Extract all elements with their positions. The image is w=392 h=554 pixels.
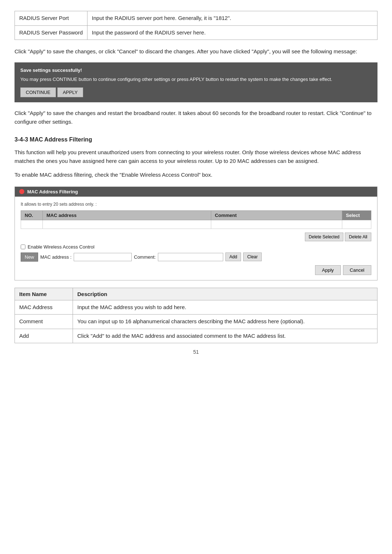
delete-btn-row: Delete Selected Delete All <box>21 233 371 241</box>
bottom-info-table: Item Name Description MAC AddressInput t… <box>15 288 377 344</box>
col-no: NO. <box>21 210 43 220</box>
bottom-table-row: AddClick "Add" to add the MAC address an… <box>15 329 377 343</box>
item-desc: You can input up to 16 alphanumerical ch… <box>73 315 377 329</box>
section-para1: This function will help you prevent unau… <box>15 148 377 165</box>
row-label: RADIUS Server Port <box>15 11 87 26</box>
new-button[interactable]: New <box>21 253 38 262</box>
clear-button[interactable]: Clear <box>243 253 262 261</box>
section-title: 3-4-3 MAC Address Filtering <box>15 136 377 143</box>
bottom-table-row: MAC AddressInput the MAC address you wis… <box>15 300 377 315</box>
apply-cancel-row: Apply Cancel <box>21 265 371 275</box>
save-settings-box: Save settings successfully! You may pres… <box>15 62 377 102</box>
section-para2: To enable MAC address filtering, check t… <box>15 171 377 179</box>
apply-button-save[interactable]: APPLY <box>57 87 83 97</box>
item-name: Add <box>15 329 73 343</box>
mac-address-label: MAC address : <box>40 254 72 260</box>
col-comment: Comment <box>211 210 342 220</box>
new-mac-row: New MAC address : Comment: Add Clear <box>21 253 371 262</box>
row-desc: Input the RADIUS server port here. Gener… <box>87 11 377 26</box>
top-table-row: RADIUS Server PasswordInput the password… <box>15 25 377 40</box>
enable-wireless-label: Enable Wireless Access Control <box>28 244 94 250</box>
save-btn-row: CONTINUE APPLY <box>20 87 372 97</box>
apply-mac-button[interactable]: Apply <box>315 265 341 275</box>
add-button[interactable]: Add <box>225 253 241 261</box>
mac-filter-header: MAC Address Filtering <box>15 187 377 197</box>
mac-address-table: NO. MAC address Comment Select <box>21 210 371 229</box>
row-desc: Input the password of the RADIUS server … <box>87 25 377 40</box>
item-desc: Click "Add" to add the MAC address and a… <box>73 329 377 343</box>
mac-filter-body: It allows to entry 20 sets address only.… <box>15 197 377 280</box>
mac-filter-box: MAC Address Filtering It allows to entry… <box>15 186 377 280</box>
row-label: RADIUS Server Password <box>15 25 87 40</box>
allows-text: It allows to entry 20 sets address only.… <box>21 202 371 207</box>
top-table-row: RADIUS Server PortInput the RADIUS serve… <box>15 11 377 26</box>
item-name: MAC Address <box>15 300 73 315</box>
comment-label: Comment: <box>134 254 156 260</box>
col-mac: MAC address <box>43 210 211 220</box>
para2: Click "Apply" to save the changes and re… <box>15 109 377 126</box>
item-desc: Input the MAC address you wish to add he… <box>73 300 377 315</box>
save-title: Save settings successfully! <box>20 67 372 73</box>
bottom-col-desc: Description <box>73 288 377 300</box>
comment-input[interactable] <box>158 253 223 261</box>
col-select: Select <box>342 210 371 220</box>
bottom-col-name: Item Name <box>15 288 73 300</box>
header-circle-icon <box>19 189 24 194</box>
radius-info-table: RADIUS Server PortInput the RADIUS serve… <box>15 11 377 40</box>
enable-wireless-row: Enable Wireless Access Control <box>21 244 371 250</box>
bottom-table-row: CommentYou can input up to 16 alphanumer… <box>15 315 377 329</box>
mac-table-empty-row <box>21 220 371 229</box>
continue-button[interactable]: CONTINUE <box>20 87 56 97</box>
enable-wireless-checkbox[interactable] <box>21 245 25 249</box>
mac-address-input[interactable] <box>74 253 132 261</box>
save-desc: You may press CONTINUE button to continu… <box>20 76 372 83</box>
delete-selected-button[interactable]: Delete Selected <box>305 233 344 241</box>
cancel-mac-button[interactable]: Cancel <box>343 265 371 275</box>
delete-all-button[interactable]: Delete All <box>345 233 371 241</box>
item-name: Comment <box>15 315 73 329</box>
page-number: 51 <box>15 349 377 355</box>
mac-filter-title: MAC Address Filtering <box>27 189 78 194</box>
para1: Click "Apply" to save the changes, or cl… <box>15 47 377 56</box>
